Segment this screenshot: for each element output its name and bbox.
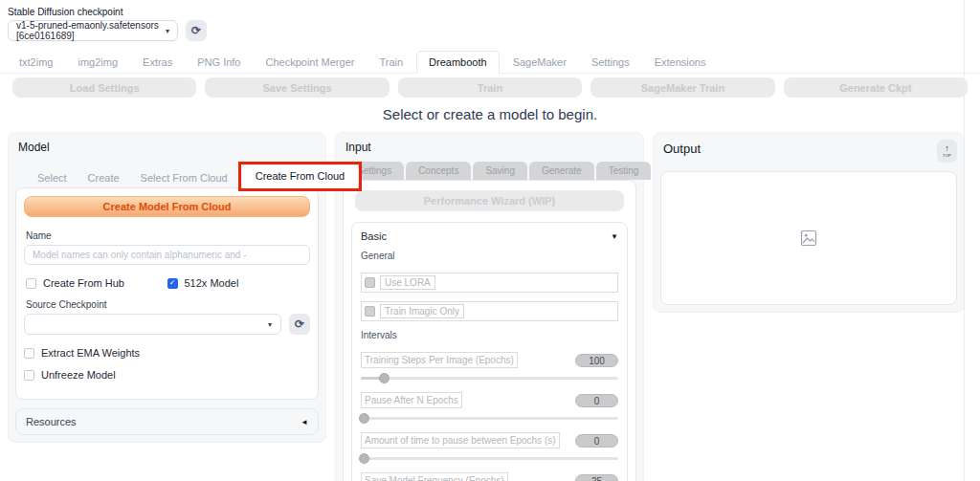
checkbox-512x-model[interactable]: ✓ 512x Model	[167, 277, 239, 289]
basic-label: Basic	[361, 230, 387, 242]
tab-settings[interactable]: Settings	[580, 52, 641, 73]
checkbox-create-from-hub[interactable]: Create From Hub	[26, 277, 167, 289]
scrollbar-track[interactable]	[964, 0, 965, 481]
refresh-source-checkpoint-button[interactable]: ⟳	[289, 314, 310, 335]
sagemaker-train-button[interactable]: SageMaker Train	[590, 77, 774, 98]
tab-img2img[interactable]: img2img	[66, 52, 129, 73]
tab-checkpoint-merger[interactable]: Checkpoint Merger	[254, 52, 366, 73]
resources-label: Resources	[26, 416, 77, 427]
create-model-from-cloud-button[interactable]: Create Model From Cloud	[24, 196, 310, 217]
slider-value[interactable]: 0	[575, 394, 618, 407]
input-tab-testing[interactable]: Testing	[596, 162, 652, 180]
save-settings-button[interactable]: Save Settings	[205, 77, 389, 98]
tab-png-info[interactable]: PNG Info	[186, 52, 252, 73]
toggle-label: Use LORA	[380, 275, 435, 290]
image-placeholder-icon	[800, 230, 817, 247]
collapse-down-icon: ▼	[611, 232, 618, 241]
content-columns: Model Select Create Select From Cloud Cr…	[0, 132, 980, 481]
model-tab-create-from-cloud[interactable]: Create From Cloud	[241, 164, 360, 188]
slider-handle[interactable]	[359, 413, 369, 424]
name-label: Name	[26, 230, 310, 241]
checkbox-extract-ema-weights[interactable]: Extract EMA Weights	[24, 347, 310, 359]
model-tab-create[interactable]: Create	[78, 168, 130, 187]
output-panel: Output ↑ TOP	[653, 132, 965, 313]
red-highlight-box: Create From Cloud	[238, 162, 363, 191]
general-label: General	[361, 251, 618, 261]
main-tab-bar: txt2img img2img Extras PNG Info Checkpoi…	[0, 41, 980, 74]
slider-save-model-frequency: Save Model Frequency (Epochs) 25	[361, 472, 618, 481]
output-image-area	[660, 171, 957, 305]
slider-pause-after-n-epochs: Pause After N Epochs 0	[361, 392, 618, 420]
model-panel: Model Select Create Select From Cloud Cr…	[8, 132, 326, 443]
checkbox-icon	[365, 277, 375, 288]
chevron-down-icon: ▾	[166, 27, 169, 35]
tab-txt2img[interactable]: txt2img	[8, 52, 64, 73]
scroll-to-top-button[interactable]: ↑ TOP	[937, 140, 957, 163]
tab-sagemaker[interactable]: SageMaker	[501, 52, 578, 73]
slider-value[interactable]: 100	[575, 354, 618, 367]
input-tab-concepts[interactable]: Concepts	[406, 162, 471, 180]
checkbox-unfreeze-model[interactable]: Unfreeze Model	[24, 369, 310, 381]
slider-track[interactable]	[361, 377, 618, 380]
performance-wizard-button[interactable]: Performance Wizard (WIP)	[355, 190, 624, 211]
checkpoint-label: Stable Diffusion checkpoint	[8, 7, 980, 17]
train-button[interactable]: Train	[398, 77, 582, 98]
model-tab-bar: Select Create Select From Cloud Create F…	[15, 162, 319, 187]
checkbox-icon	[26, 278, 36, 289]
checkbox-label: 512x Model	[185, 277, 239, 289]
slider-handle[interactable]	[359, 453, 369, 464]
tab-dreambooth[interactable]: Dreambooth	[416, 51, 500, 74]
slider-value[interactable]: 25	[575, 474, 618, 481]
tab-extras[interactable]: Extras	[131, 52, 184, 73]
resources-accordion[interactable]: Resources ◄	[15, 408, 319, 435]
checkbox-checked-icon: ✓	[167, 278, 178, 289]
slider-label: Save Model Frequency (Epochs)	[361, 472, 508, 481]
input-panel-title: Input	[345, 141, 636, 154]
toggle-train-imagic-only[interactable]: Train Imagic Only	[361, 301, 618, 321]
basic-accordion: Basic ▼ General Use LORA Train Imagic On…	[351, 222, 628, 481]
slider-track[interactable]	[361, 457, 618, 460]
slider-pause-time-between-epochs: Amount of time to pause between Epochs (…	[361, 432, 618, 460]
notice-text: Select or create a model to begin.	[0, 106, 980, 122]
tab-train[interactable]: Train	[368, 52, 414, 73]
checkpoint-dropdown[interactable]: v1-5-pruned-emaonly.safetensors [6ce0161…	[8, 20, 178, 41]
app-root: Stable Diffusion checkpoint v1-5-pruned-…	[0, 0, 980, 481]
model-panel-title: Model	[18, 141, 319, 154]
collapse-left-icon: ◄	[301, 418, 308, 426]
input-tab-generate[interactable]: Generate	[529, 162, 594, 180]
refresh-icon: ⟳	[191, 24, 201, 37]
checkbox-label: Unfreeze Model	[41, 369, 116, 381]
check-icon: ✓	[169, 279, 176, 287]
output-panel-title: Output	[663, 142, 701, 156]
load-settings-button[interactable]: Load Settings	[12, 77, 196, 98]
slider-track[interactable]	[361, 417, 618, 420]
slider-label: Training Steps Per Image (Epochs)	[361, 352, 518, 368]
slider-label: Pause After N Epochs	[361, 392, 462, 408]
model-tab-select[interactable]: Select	[27, 168, 78, 187]
model-name-input[interactable]	[24, 245, 310, 265]
checkbox-icon	[24, 370, 34, 381]
slider-handle[interactable]	[379, 373, 390, 383]
checkbox-icon	[24, 348, 34, 359]
basic-accordion-header[interactable]: Basic ▼	[361, 230, 618, 242]
intervals-label: Intervals	[361, 330, 618, 340]
checkpoint-bar: Stable Diffusion checkpoint v1-5-pruned-…	[0, 0, 980, 41]
input-tab-saving[interactable]: Saving	[473, 162, 527, 180]
source-checkpoint-dropdown[interactable]: ▾	[24, 314, 281, 335]
input-tab-content: Performance Wizard (WIP) Basic ▼ General…	[343, 180, 636, 481]
slider-training-steps-per-image: Training Steps Per Image (Epochs) 100	[361, 352, 618, 380]
tab-extensions[interactable]: Extensions	[643, 52, 718, 73]
checkbox-label: Extract EMA Weights	[41, 347, 140, 359]
toggle-use-lora[interactable]: Use LORA	[361, 273, 618, 293]
checkbox-icon	[365, 306, 375, 317]
checkbox-label: Create From Hub	[43, 277, 124, 289]
input-tab-bar: Settings Concepts Saving Generate Testin…	[343, 162, 636, 180]
input-panel: Input Settings Concepts Saving Generate …	[335, 132, 644, 481]
refresh-checkpoint-button[interactable]: ⟳	[186, 20, 207, 41]
slider-value[interactable]: 0	[575, 434, 618, 448]
chevron-down-icon: ▾	[268, 320, 272, 329]
generate-ckpt-button[interactable]: Generate Ckpt	[784, 77, 968, 98]
checkpoint-value: v1-5-pruned-emaonly.safetensors [6ce0161…	[16, 20, 166, 41]
model-tab-select-from-cloud[interactable]: Select From Cloud	[130, 168, 238, 187]
source-checkpoint-label: Source Checkpoint	[26, 299, 310, 310]
